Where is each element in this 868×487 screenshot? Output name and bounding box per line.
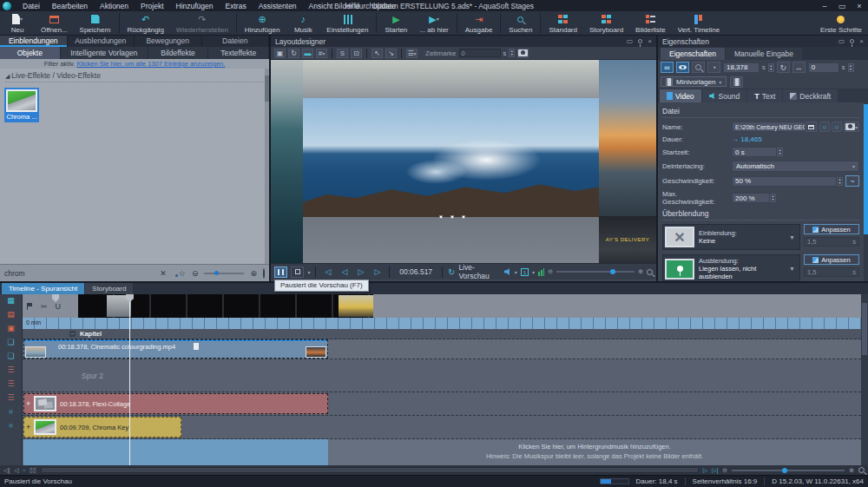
duration-link[interactable]: → 18,465 bbox=[732, 135, 762, 143]
scissors-icon[interactable]: ✂ bbox=[41, 302, 48, 311]
preview-zoom-out-icon[interactable]: ⊖ bbox=[548, 268, 553, 275]
tab-deckkraft[interactable]: Deckkraft bbox=[783, 89, 838, 102]
track-lines3-icon[interactable]: ☰ bbox=[7, 394, 14, 402]
duration-input[interactable]: 18,378 bbox=[723, 63, 760, 73]
speed-spinner[interactable]: ▴▾ bbox=[837, 177, 843, 186]
link-icon[interactable]: ∞ bbox=[661, 62, 674, 73]
loupe-icon[interactable] bbox=[263, 269, 265, 278]
video-clip-selected[interactable]: 00:18.378, Cinematic colourgrading.mp4 bbox=[23, 339, 328, 359]
output-button[interactable]: ⇥Ausgabe bbox=[459, 11, 499, 35]
preview-canvas[interactable]: AY'S DELIVERY bbox=[271, 60, 656, 263]
fade-in-select[interactable]: ✕ Einblendung: Keine ▼ bbox=[662, 224, 800, 250]
fit-width-icon[interactable]: ⌗ bbox=[9, 408, 13, 416]
timeline-zoom-out-icon[interactable]: ⊖ bbox=[722, 467, 727, 474]
effects-section-header[interactable]: ◢ Live-Effekte / Video-Effekte bbox=[5, 71, 264, 82]
max-speed-spinner[interactable]: ▴▾ bbox=[770, 194, 776, 202]
magnifier-icon[interactable] bbox=[692, 62, 705, 73]
tab-bewegungen[interactable]: Bewegungen bbox=[135, 36, 202, 47]
speed-input[interactable]: 50 % bbox=[732, 176, 837, 187]
preview-zoom-in-icon[interactable]: ⊕ bbox=[638, 268, 643, 275]
speaker-icon[interactable] bbox=[504, 268, 511, 275]
file-name-input[interactable]: E:\20th Century NEU GEORDNET\CONTEN bbox=[732, 122, 806, 132]
collapse-chapter-icon[interactable]: – bbox=[69, 331, 76, 337]
tab-storyboard-view[interactable]: Storyboard bbox=[85, 283, 133, 294]
menu-item[interactable]: Aktionen bbox=[94, 2, 135, 10]
tab-video[interactable]: Video bbox=[660, 89, 701, 102]
zeitmarke-spinner[interactable]: ▴▾ bbox=[509, 49, 515, 57]
rotate-tool-icon[interactable]: ↻ bbox=[288, 49, 299, 58]
delivery-truck-image[interactable]: AY'S DELIVERY bbox=[599, 216, 656, 263]
frame-tool-icon[interactable]: ▣ bbox=[274, 49, 286, 58]
music-track-row[interactable]: Klicken Sie hier, um Hintergrundmusik hi… bbox=[23, 439, 861, 465]
skip-start-button[interactable]: ◁ bbox=[321, 267, 334, 278]
preview-fit-icon[interactable] bbox=[647, 269, 653, 275]
chroma-key-effect-item[interactable]: Chroma ... bbox=[4, 88, 39, 122]
tab-objekte[interactable]: Objekte bbox=[0, 47, 61, 59]
reload-file-icon[interactable]: ○ bbox=[819, 122, 830, 132]
offset-arrows-icon[interactable]: ↔ bbox=[792, 62, 806, 73]
storyboard-view-button[interactable]: Storyboard bbox=[583, 11, 629, 35]
stop-button[interactable] bbox=[291, 267, 304, 278]
tab-dateien[interactable]: Dateien bbox=[202, 36, 270, 47]
fit-all-icon[interactable]: ⌗ bbox=[9, 422, 13, 430]
list-tool-icon[interactable]: ☰▾ bbox=[406, 49, 418, 58]
menu-item[interactable]: Hilfe bbox=[339, 2, 365, 10]
menu-item[interactable]: Bearbeiten bbox=[46, 2, 94, 10]
fade-out-select[interactable]: Ausblendung: Liegen lassen, nicht ausble… bbox=[662, 254, 800, 283]
thumbnail-size-slider[interactable] bbox=[204, 273, 244, 274]
track-2-row[interactable]: Spur 2 bbox=[23, 359, 861, 392]
close-panel-icon[interactable]: × bbox=[648, 37, 652, 45]
favorites-star-icon[interactable]: ☆ bbox=[179, 269, 186, 278]
search-input[interactable]: chrom bbox=[4, 269, 154, 278]
tab-texteffekte[interactable]: Texteffekte bbox=[208, 47, 269, 59]
menu-item[interactable]: Update bbox=[365, 2, 401, 10]
filmstrip-preview[interactable] bbox=[78, 294, 373, 318]
layers-icon[interactable]: ❏ bbox=[7, 339, 14, 346]
timeline-ruler[interactable]: 0 min bbox=[23, 318, 861, 329]
flexi-collage-clip[interactable]: + 00:18.378, Flexi-Collage bbox=[23, 393, 328, 414]
refresh-icon[interactable]: ↻ bbox=[777, 62, 790, 73]
float-panel-icon[interactable]: ▭ bbox=[627, 37, 634, 45]
redo-button[interactable]: ↷Wiederherstellen bbox=[170, 11, 234, 35]
tab-einblendungen[interactable]: Einblendungen bbox=[0, 36, 68, 47]
cursor-down-tool-icon[interactable]: ↘ bbox=[385, 49, 397, 58]
pin-panel-icon[interactable] bbox=[638, 39, 642, 43]
stop-small-icon[interactable]: ▫ bbox=[23, 467, 25, 473]
tab-intelligente-vorlagen[interactable]: Intelligente Vorlagen bbox=[61, 47, 148, 59]
max-speed-input[interactable]: 200 % bbox=[732, 193, 770, 203]
cursor-up-tool-icon[interactable]: ↖ bbox=[372, 49, 383, 58]
minivorlagen-dropdown[interactable]: Minivorlagen▾ bbox=[661, 76, 727, 87]
monitor-select-icon[interactable]: 1 bbox=[521, 268, 529, 276]
step-back-icon[interactable]: ◁ bbox=[14, 467, 18, 474]
imagelist-view-button[interactable]: Bilderliste bbox=[629, 11, 672, 35]
magnet-icon[interactable]: U bbox=[56, 302, 62, 311]
float-properties-icon[interactable]: ▭ bbox=[838, 37, 845, 45]
filter-reset-link[interactable]: Klicken Sie hier, um alle 1307 Einträge … bbox=[76, 60, 225, 68]
menu-item[interactable]: Assistenten bbox=[253, 2, 303, 10]
filmstrip-button[interactable] bbox=[730, 76, 743, 88]
timeline-horizontal-scrollbar[interactable] bbox=[41, 467, 699, 473]
camera-source-icon[interactable]: ▾ bbox=[844, 122, 859, 132]
tab-timeline-spuransicht[interactable]: Timeline - Spuransicht bbox=[2, 283, 84, 294]
menu-item[interactable]: Hinzufügen bbox=[170, 2, 220, 10]
fade-in-adjust-button[interactable]: Anpassen bbox=[804, 224, 859, 234]
prev-frame-button[interactable]: ◁ bbox=[338, 267, 351, 278]
camera-icon[interactable] bbox=[517, 49, 529, 58]
preview-zoom-slider[interactable] bbox=[556, 271, 635, 273]
add-button[interactable]: ⊕Hinzufügen bbox=[239, 11, 286, 35]
close-button[interactable]: × bbox=[851, 2, 868, 10]
menu-item[interactable]: Projekt bbox=[135, 2, 169, 10]
undo-button[interactable]: ↶Rückgängig bbox=[122, 11, 170, 35]
chapter-row[interactable]: – Kapitel bbox=[23, 329, 861, 339]
next-frame-button[interactable]: ▷ bbox=[354, 267, 367, 278]
timeline-zoom-in-icon[interactable]: ⊕ bbox=[849, 467, 854, 474]
start-time-input[interactable]: 0 s bbox=[732, 147, 777, 157]
zoom-out-icon[interactable]: ⊖ bbox=[192, 269, 199, 278]
step-forward-icon[interactable]: ▷ bbox=[703, 467, 707, 474]
clear-search-icon[interactable]: ✕ bbox=[160, 269, 167, 278]
offset-input[interactable]: 0 bbox=[808, 63, 839, 73]
close-properties-icon[interactable]: × bbox=[859, 37, 864, 45]
start-button[interactable]: ▶Starten bbox=[378, 11, 413, 35]
tab-text[interactable]: TText bbox=[747, 89, 782, 102]
expand-clip-icon[interactable]: + bbox=[26, 399, 30, 408]
